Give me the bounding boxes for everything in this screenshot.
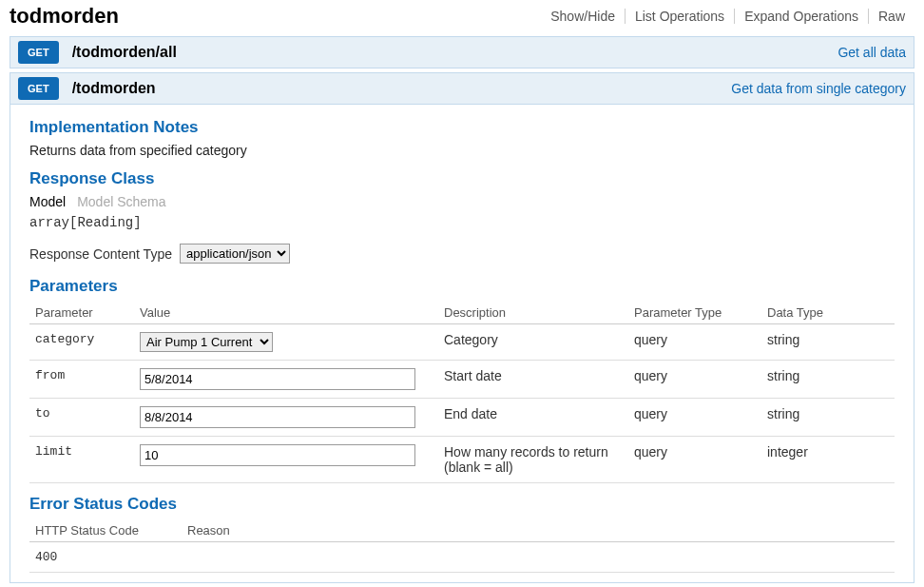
error-status-codes-heading: Error Status Codes [29,495,895,514]
param-dtype: string [761,361,895,399]
parameters-table: Parameter Value Description Parameter Ty… [29,302,895,483]
param-type: query [628,361,761,399]
col-description: Description [438,302,628,324]
operation-path[interactable]: /todmorden/all [72,44,177,61]
tab-model[interactable]: Model [29,194,66,209]
parameters-heading: Parameters [29,277,895,296]
table-row: limit How many records to return (blank … [29,437,895,483]
list-operations-link[interactable]: List Operations [626,9,735,24]
http-method-badge: GET [18,77,59,100]
param-type: query [628,324,761,361]
col-value: Value [134,302,438,324]
expand-operations-link[interactable]: Expand Operations [735,9,869,24]
operation-description[interactable]: Get data from single category [731,81,906,96]
response-tabs: Model Model Schema [29,194,895,209]
param-name: category [29,324,134,361]
response-content-type-label: Response Content Type [29,246,172,262]
error-code: 400 [29,542,182,573]
param-to-input[interactable] [140,406,415,428]
http-method-badge: GET [18,41,59,64]
param-dtype: string [761,324,895,361]
table-row: category Air Pump 1 Current Category que… [29,324,895,361]
implementation-notes-heading: Implementation Notes [29,118,895,137]
error-reason [182,542,895,573]
param-type: query [628,399,761,437]
param-name: from [29,361,134,399]
operation-path[interactable]: /todmorden [72,80,156,97]
error-status-table: HTTP Status Code Reason 400 [29,519,895,573]
table-row: from Start date query string [29,361,895,399]
operation-row-category[interactable]: GET /todmorden Get data from single cate… [10,72,914,105]
col-data-type: Data Type [761,302,895,324]
response-class-heading: Response Class [29,169,895,188]
response-class-body: array[Reading] [29,215,895,230]
param-limit-input[interactable] [140,444,415,466]
param-desc: End date [438,399,628,437]
response-content-type-select[interactable]: application/json [180,244,290,264]
implementation-notes-text: Returns data from specified category [29,143,895,158]
col-http-status: HTTP Status Code [29,519,182,542]
tab-model-schema[interactable]: Model Schema [77,194,165,209]
param-name: limit [29,437,134,483]
param-type: query [628,437,761,483]
show-hide-link[interactable]: Show/Hide [541,9,626,24]
param-from-input[interactable] [140,368,415,390]
header-links: Show/Hide List Operations Expand Operati… [541,9,914,24]
param-desc: How many records to return (blank = all) [438,437,628,483]
api-title[interactable]: todmorden [10,4,119,29]
operation-row-all[interactable]: GET /todmorden/all Get all data [10,36,914,68]
param-desc: Start date [438,361,628,399]
table-row: to End date query string [29,399,895,437]
raw-link[interactable]: Raw [869,9,914,24]
operation-description[interactable]: Get all data [837,45,906,60]
col-parameter: Parameter [29,302,134,324]
param-dtype: string [761,399,895,437]
col-parameter-type: Parameter Type [628,302,761,324]
table-row: 400 [29,542,895,573]
operation-content: Implementation Notes Returns data from s… [10,105,914,583]
col-reason: Reason [182,519,895,542]
param-dtype: integer [761,437,895,483]
param-name: to [29,399,134,437]
param-desc: Category [438,324,628,361]
param-category-select[interactable]: Air Pump 1 Current [140,332,273,352]
